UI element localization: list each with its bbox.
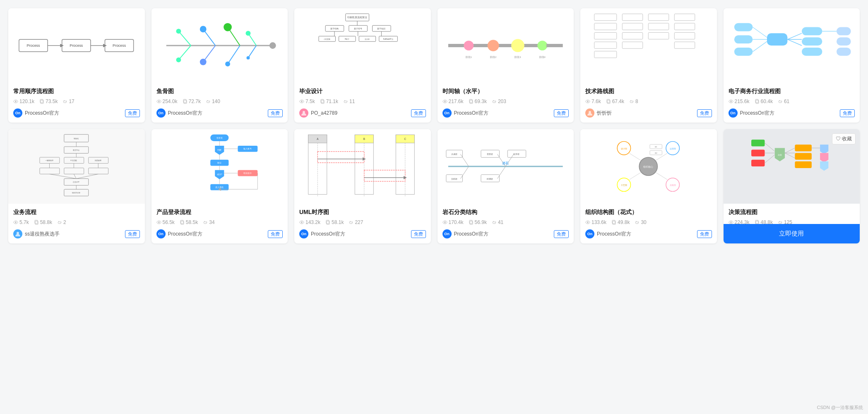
svg-point-9 xyxy=(15,101,17,102)
card-business[interactable]: 初始化 发言节点 一般期初序 中文匹配 拍照效果 正态水平 轻松学分析 xyxy=(8,129,145,243)
svg-line-133 xyxy=(50,174,77,178)
svg-rect-236 xyxy=(751,140,765,146)
card-footer: OnProcessOn官方免费 xyxy=(13,108,140,118)
svg-rect-76 xyxy=(594,42,617,48)
svg-line-196 xyxy=(461,166,469,179)
like-count: 34 xyxy=(203,219,214,225)
eye-icon xyxy=(442,220,447,225)
collect-button[interactable]: ♡ 收藏 xyxy=(832,133,856,144)
like-icon xyxy=(492,99,497,104)
card-stats: 217.6k 69.3k 203 xyxy=(442,99,569,104)
svg-marker-252 xyxy=(820,153,828,163)
avatar: On xyxy=(585,229,594,238)
svg-text:C: C xyxy=(404,137,406,140)
eye-icon xyxy=(13,220,18,225)
card-title: 毕业设计 xyxy=(299,88,426,95)
svg-rect-73 xyxy=(594,14,617,21)
author-name: ProcessOn官方 xyxy=(597,231,631,238)
svg-line-97 xyxy=(753,27,767,38)
card-thumbnail-rock: 岩石 火成岩 沉积岩 变质岩 碎屑岩 化学岩 xyxy=(438,129,574,204)
eye-icon xyxy=(156,220,161,225)
like-icon xyxy=(635,220,640,225)
svg-line-101 xyxy=(787,33,802,39)
copy-icon xyxy=(34,220,39,225)
card-decision[interactable]: 决策 ♡ 收藏决策流程图 224.3k 48.8k xyxy=(724,129,860,243)
svg-text:基于结构: 基于结构 xyxy=(331,27,339,30)
copy-count: 73.5k xyxy=(39,99,58,104)
view-count: 217.6k xyxy=(442,99,464,104)
card-thumbnail-uml: A B C xyxy=(294,129,431,204)
card-title: 时间轴（水平） xyxy=(442,88,569,95)
svg-line-227 xyxy=(656,173,667,180)
svg-point-25 xyxy=(225,62,230,67)
copy-count: 69.3k xyxy=(469,99,487,104)
svg-rect-78 xyxy=(623,14,643,21)
like-count: 8 xyxy=(629,99,638,104)
card-body: 时间轴（水平） 217.6k 69.3k 203 OnProcessOn官方免费 xyxy=(438,83,574,123)
card-body: 技术路线图 7.6k 67.4k 8 忻忻忻免费 xyxy=(580,83,717,123)
svg-rect-96 xyxy=(734,48,753,56)
view-count: 56.5k xyxy=(156,219,175,225)
avatar xyxy=(13,229,22,238)
like-icon xyxy=(778,99,783,104)
svg-text:变质岩: 变质岩 xyxy=(487,153,493,155)
card-login[interactable]: 登录页 判断 输入账号 验证 成功? 错误提示 进入系统 产品登录流程 xyxy=(151,129,288,243)
svg-line-246 xyxy=(785,153,795,158)
eye-icon xyxy=(585,99,590,104)
card-footer: OnProcessOn官方免费 xyxy=(729,108,855,118)
svg-rect-74 xyxy=(594,23,617,30)
svg-text:正态水平: 正态水平 xyxy=(73,181,80,183)
svg-text:碎屑岩: 碎屑岩 xyxy=(486,178,493,180)
svg-text:中文匹配: 中文匹配 xyxy=(71,159,77,161)
card-footer: OnProcessOn官方免费 xyxy=(156,108,283,118)
copy-count: 58.5k xyxy=(180,219,198,225)
svg-rect-106 xyxy=(802,48,822,56)
card-author: OnProcessOn官方 xyxy=(156,229,202,238)
card-org[interactable]: 组织核心 设计部 运营部 工艺部 后勤部 副1 副2 组织结构图（花式） 133… xyxy=(580,129,717,243)
svg-line-226 xyxy=(630,173,641,180)
copy-icon xyxy=(606,99,611,104)
svg-point-29 xyxy=(246,56,250,60)
like-icon xyxy=(63,99,67,104)
free-tag: 免费 xyxy=(697,109,712,117)
card-author: OnProcessOn官方 xyxy=(442,108,488,118)
svg-point-211 xyxy=(444,221,446,223)
user-avatar-icon xyxy=(587,110,593,116)
svg-line-195 xyxy=(461,154,469,166)
svg-rect-84 xyxy=(649,33,669,39)
card-body: 鱼骨图 254.0k 72.7k 140 OnProcessOn官方免费 xyxy=(151,83,288,123)
card-grad[interactable]: 印刷性质流程算法 基于结构 基子符号 基于知识 小区度量 N邻子 去分析 Kul… xyxy=(294,8,431,123)
view-count: 120.1k xyxy=(13,99,34,104)
card-footer: OnProcessOn官方免费 xyxy=(299,229,426,238)
svg-rect-132 xyxy=(89,168,108,174)
like-count: 227 xyxy=(349,219,363,225)
card-uml[interactable]: A B C UML时序图 143.2k xyxy=(294,129,431,243)
card-body: 常用顺序流程图 120.1k 73.5k 17 OnProcessOn官方免费 xyxy=(8,83,145,123)
card-roadmap[interactable]: 技术路线图 7.6k 67.4k 8 忻忻忻免费 xyxy=(580,8,717,123)
card-title: 电子商务行业流程图 xyxy=(729,88,855,95)
svg-point-17 xyxy=(176,58,181,63)
free-tag: 免费 xyxy=(554,230,569,238)
card-timeline[interactable]: 阶段1 阶段2 阶段3 阶段4 时间轴（水平） 217.6k 69.3k 203 xyxy=(438,8,574,123)
like-icon xyxy=(492,220,497,225)
svg-text:工艺部: 工艺部 xyxy=(621,184,627,186)
svg-line-202 xyxy=(497,166,505,179)
free-tag: 免费 xyxy=(268,109,283,117)
svg-rect-75 xyxy=(594,33,617,39)
view-count: 5.7k xyxy=(13,219,29,225)
card-fishbone[interactable]: 鱼骨图 254.0k 72.7k 140 OnProcessOn官方免费 xyxy=(151,8,288,123)
card-rock[interactable]: 岩石 火成岩 沉积岩 变质岩 碎屑岩 化学岩 岩石分类结构 170.4k xyxy=(438,129,574,243)
card-stats: 133.6k 49.8k 30 xyxy=(585,219,712,225)
author-name: ss退役熟夜选手 xyxy=(25,231,60,238)
view-count: 215.6k xyxy=(729,99,750,104)
copy-icon xyxy=(39,99,44,104)
use-button[interactable]: 立即使用 xyxy=(724,224,860,243)
card-ecommerce[interactable]: 电子商务行业流程图 215.6k 60.4k 61 OnProcessOn官方免… xyxy=(724,8,860,123)
like-icon xyxy=(203,220,208,225)
card-process[interactable]: Process Process Process 常用顺序流程图 120.1k 7… xyxy=(8,8,145,123)
svg-rect-82 xyxy=(649,14,669,21)
free-tag: 免费 xyxy=(125,230,140,238)
copy-count: 49.8k xyxy=(611,219,630,225)
view-count: 133.6k xyxy=(585,219,606,225)
svg-point-61 xyxy=(488,40,499,51)
